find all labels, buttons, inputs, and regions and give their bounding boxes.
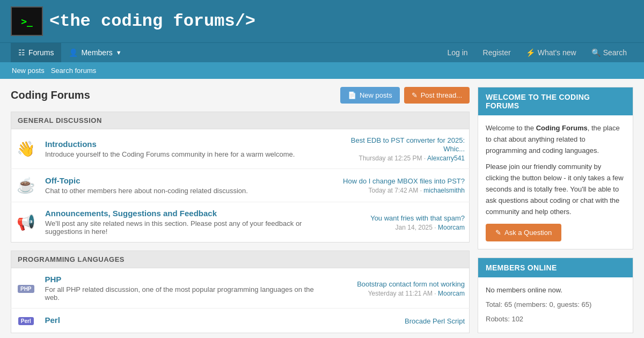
forum-icon-cell: PHP xyxy=(11,268,41,308)
section-general-discussion-header: GENERAL DISCUSSION xyxy=(11,112,470,129)
subnav: New posts Search forums xyxy=(0,62,644,79)
members-online-body: No members online now. Total: 65 (member… xyxy=(478,277,633,332)
forum-offtopic-link[interactable]: Off-Topic xyxy=(45,176,80,185)
table-row: 👋 Introductions Introduce yourself to th… xyxy=(11,129,470,169)
main-nav: ☷ Forums 👤 Members ▼ Log in Register ⚡ W… xyxy=(0,42,644,62)
last-post-perl-title[interactable]: Brocade Perl Script xyxy=(405,317,465,325)
forum-info-cell: PHP For all PHP related discussion, one … xyxy=(41,268,330,308)
new-posts-icon: 📄 xyxy=(348,91,356,99)
section-programming-title: PROGRAMMING LANGUAGES xyxy=(18,255,463,263)
welcome-brand: Coding Forums xyxy=(536,124,588,132)
general-discussion-table: 👋 Introductions Introduce yourself to th… xyxy=(11,129,470,243)
ask-icon: ✎ xyxy=(495,229,501,237)
nav-whats-new[interactable]: ⚡ What's new xyxy=(519,43,583,62)
welcome-box-header: WELCOME TO THE CODING FORUMS xyxy=(478,87,633,115)
forum-announcements-link[interactable]: Announcements, Suggestions and Feedback xyxy=(45,209,217,218)
content-area: Coding Forums 📄 New posts ✎ Post thread.… xyxy=(11,87,470,338)
members-online-header: MEMBERS ONLINE xyxy=(478,258,633,277)
forum-icon-cell: Perl xyxy=(11,308,41,333)
nav-search[interactable]: 🔍 Search xyxy=(585,43,633,62)
last-post-introductions-user: Alexcarry541 xyxy=(427,155,465,162)
new-posts-button[interactable]: 📄 New posts xyxy=(340,87,400,104)
forum-icon-cell: 👋 xyxy=(11,129,41,169)
forum-info-cell: Perl xyxy=(41,308,330,333)
header: >_ <the coding forums/> xyxy=(0,0,644,42)
forum-introductions-desc: Introduce yourself to the Coding Forums … xyxy=(45,150,326,158)
subnav-search-forums[interactable]: Search forums xyxy=(50,64,98,77)
page-actions: 📄 New posts ✎ Post thread... xyxy=(340,87,470,104)
forum-last-cell: You want fries with that spam? Jan 14, 2… xyxy=(330,202,470,243)
forum-last-cell: Bootstrap contact form not working Yeste… xyxy=(330,268,470,308)
no-members-text: No members online now. xyxy=(486,285,625,296)
main-layout: Coding Forums 📄 New posts ✎ Post thread.… xyxy=(0,79,644,338)
members-online-box: MEMBERS ONLINE No members online now. To… xyxy=(478,258,633,333)
search-icon: 🔍 xyxy=(591,48,601,57)
page-header: Coding Forums 📄 New posts ✎ Post thread.… xyxy=(11,87,470,104)
welcome-body: Please join our friendly community by cl… xyxy=(486,161,625,217)
welcome-title: WELCOME TO THE CODING FORUMS xyxy=(486,93,625,110)
last-post-announcements-user: Moorcam xyxy=(438,224,465,231)
announcements-icon: 📢 xyxy=(17,214,35,231)
forum-last-cell: Best EDB to PST converter for 2025: Whic… xyxy=(330,129,470,169)
ask-question-button[interactable]: ✎ Ask a Question xyxy=(486,224,561,241)
post-thread-button[interactable]: ✎ Post thread... xyxy=(404,87,470,104)
section-general-discussion-title: GENERAL DISCUSSION xyxy=(18,116,463,124)
section-programming-header: PROGRAMMING LANGUAGES xyxy=(11,251,470,268)
nav-members[interactable]: 👤 Members ▼ xyxy=(61,43,129,62)
perl-icon: Perl xyxy=(18,317,34,325)
nav-right: Log in Register ⚡ What's new 🔍 Search xyxy=(441,43,633,62)
forum-icon-cell: ☕ xyxy=(11,169,41,202)
introductions-icon: 👋 xyxy=(17,141,35,157)
whats-new-icon: ⚡ xyxy=(526,48,535,57)
logo-full: <the coding forums/> xyxy=(49,11,255,31)
post-thread-icon: ✎ xyxy=(412,91,418,99)
forum-info-cell: Announcements, Suggestions and Feedback … xyxy=(41,202,330,243)
forum-php-desc: For all PHP related discussion, one of t… xyxy=(45,285,326,302)
last-post-announcements-meta: Jan 14, 2025 · Moorcam xyxy=(334,224,465,231)
last-post-announcements-title[interactable]: You want fries with that spam? xyxy=(370,214,465,222)
last-post-offtopic-title[interactable]: How do I change MBOX files into PST? xyxy=(343,177,465,185)
last-post-php-title[interactable]: Bootstrap contact form not working xyxy=(357,280,465,288)
welcome-box-body: Welcome to the Coding Forums, the place … xyxy=(478,115,633,249)
forum-introductions-link[interactable]: Introductions xyxy=(45,139,97,149)
forum-info-cell: Introductions Introduce yourself to the … xyxy=(41,129,330,169)
last-post-php-meta: Yesterday at 11:21 AM · Moorcam xyxy=(334,290,465,297)
table-row: 📢 Announcements, Suggestions and Feedbac… xyxy=(11,202,470,243)
forum-perl-link[interactable]: Perl xyxy=(45,315,60,325)
forum-php-link[interactable]: PHP xyxy=(45,275,62,284)
members-online-title: MEMBERS ONLINE xyxy=(486,263,625,272)
page-title: Coding Forums xyxy=(11,89,90,101)
forum-offtopic-desc: Chat to other members here about non-cod… xyxy=(45,187,326,195)
forum-info-cell: Off-Topic Chat to other members here abo… xyxy=(41,169,330,202)
last-post-introductions-meta: Thursday at 12:25 PM · Alexcarry541 xyxy=(334,155,465,162)
members-total: Total: 65 (members: 0, guests: 65) xyxy=(486,299,625,311)
members-dropdown-arrow: ▼ xyxy=(116,49,122,56)
welcome-box: WELCOME TO THE CODING FORUMS Welcome to … xyxy=(478,87,633,249)
php-icon: PHP xyxy=(18,285,34,293)
nav-left: ☷ Forums 👤 Members ▼ xyxy=(11,43,441,62)
nav-register[interactable]: Register xyxy=(477,43,517,62)
sidebar: WELCOME TO THE CODING FORUMS Welcome to … xyxy=(478,87,633,338)
forums-icon: ☷ xyxy=(18,48,25,57)
table-row: Perl Perl Brocade Perl Script xyxy=(11,308,470,333)
nav-forums[interactable]: ☷ Forums xyxy=(11,43,61,62)
terminal-icon: >_ xyxy=(21,16,33,27)
subnav-new-posts[interactable]: New posts xyxy=(11,64,46,77)
forum-icon-cell: 📢 xyxy=(11,202,41,243)
logo-text: <the coding forums/> xyxy=(49,11,255,31)
nav-login[interactable]: Log in xyxy=(441,43,474,62)
forum-last-cell: Brocade Perl Script xyxy=(330,308,470,333)
logo-icon: >_ xyxy=(11,6,43,36)
members-robots: Robots: 102 xyxy=(486,314,625,325)
programming-languages-table: PHP PHP For all PHP related discussion, … xyxy=(11,268,470,333)
forum-last-cell: How do I change MBOX files into PST? Tod… xyxy=(330,169,470,202)
last-post-offtopic-meta: Today at 7:42 AM · michaelsmithh xyxy=(334,187,465,194)
last-post-php-user: Moorcam xyxy=(438,290,465,297)
members-icon: 👤 xyxy=(69,48,78,57)
table-row: PHP PHP For all PHP related discussion, … xyxy=(11,268,470,308)
welcome-intro: Welcome to the Coding Forums, the place … xyxy=(486,123,625,156)
offtopic-icon: ☕ xyxy=(17,177,35,194)
last-post-introductions-title[interactable]: Best EDB to PST converter for 2025: Whic… xyxy=(351,136,465,153)
table-row: ☕ Off-Topic Chat to other members here a… xyxy=(11,169,470,202)
forum-announcements-desc: We'll post any site related news in this… xyxy=(45,219,326,236)
